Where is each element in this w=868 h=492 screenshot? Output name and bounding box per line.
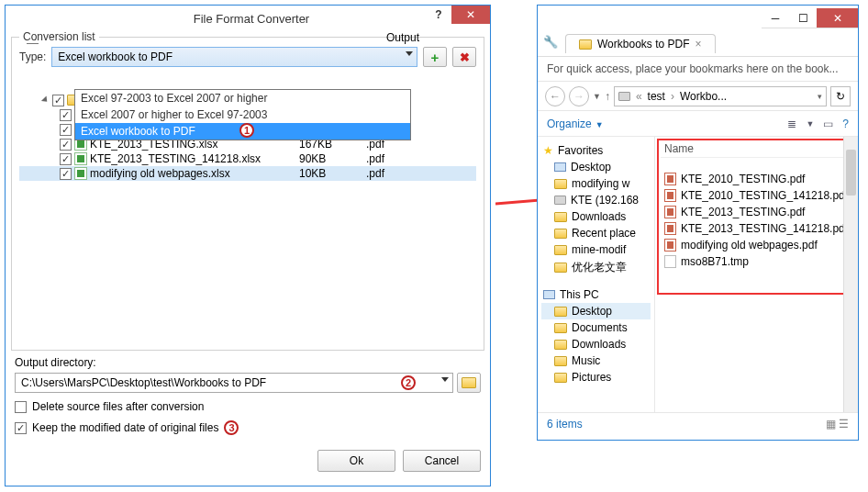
nav-item[interactable]: Music <box>541 352 651 369</box>
dropdown-option[interactable]: Excel 2007 or higher to Excel 97-2003 <box>75 106 410 123</box>
folder-icon <box>554 356 567 366</box>
view-toggle-icons[interactable]: ▦ ☰ <box>826 418 849 430</box>
chevron-down-icon[interactable] <box>441 377 449 382</box>
xlsx-icon <box>74 167 87 180</box>
nav-item[interactable]: 优化老文章 <box>541 258 651 277</box>
nav-item[interactable]: Downloads <box>541 336 651 352</box>
forward-button[interactable]: → <box>569 86 589 106</box>
type-combobox[interactable]: Excel workbook to PDF <box>51 47 417 67</box>
output-column-header: Output <box>386 31 419 44</box>
file-checkbox[interactable] <box>60 124 72 136</box>
close-button[interactable]: ✕ <box>451 6 490 24</box>
minimize-button[interactable]: ─ <box>762 8 789 28</box>
chevron-down-icon <box>406 51 413 56</box>
delete-source-checkbox[interactable] <box>15 401 27 413</box>
file-checkbox[interactable] <box>60 153 72 165</box>
nav-item[interactable]: Recent place <box>541 225 651 241</box>
folder-icon <box>462 377 476 388</box>
wrench-icon: 🔧 <box>543 35 558 49</box>
cancel-button[interactable]: Cancel <box>403 450 481 472</box>
ok-button[interactable]: Ok <box>317 450 395 472</box>
file-checkbox[interactable] <box>60 109 72 121</box>
close-button[interactable]: ✕ <box>817 8 858 28</box>
close-tab-icon[interactable]: × <box>695 38 701 50</box>
nav-item[interactable]: Downloads <box>541 208 651 225</box>
folder-icon <box>554 323 567 333</box>
folder-icon <box>554 307 567 317</box>
nav-item[interactable]: Documents <box>541 319 651 336</box>
nav-item[interactable]: Pictures <box>541 369 651 386</box>
keep-date-checkbox[interactable] <box>15 422 27 434</box>
breadcrumb-item[interactable]: Workbo... <box>680 90 727 103</box>
status-bar: 6 items ▦ ☰ <box>538 412 858 434</box>
expand-icon[interactable] <box>41 95 50 104</box>
nav-favorites[interactable]: ★Favorites <box>541 142 651 159</box>
delete-source-label: Delete source files after conversion <box>32 400 204 413</box>
folder-icon <box>554 229 567 239</box>
help-button[interactable]: ? <box>426 6 451 24</box>
bookmark-bar: For quick access, place your bookmarks h… <box>538 57 858 82</box>
add-button[interactable]: + <box>423 47 447 67</box>
browser-tab[interactable]: Workbooks to PDF × <box>565 34 716 53</box>
folder-icon <box>554 179 567 189</box>
type-dropdown-list: Excel 97-2003 to Excel 2007 or higher Ex… <box>74 89 411 140</box>
drive-icon <box>554 196 566 205</box>
xlsx-icon <box>74 152 87 165</box>
type-selected-value: Excel workbook to PDF <box>58 50 172 63</box>
pdf-icon <box>664 239 676 252</box>
remove-button[interactable]: ✖ <box>452 47 476 67</box>
file-checkbox[interactable] <box>60 168 72 180</box>
pc-icon <box>543 290 555 299</box>
file-list-pane: Name˅ KTE_2010_TESTING.pdf KTE_2010_TEST… <box>655 137 858 412</box>
folder-icon <box>554 340 567 350</box>
maximize-button[interactable]: ☐ <box>789 8 817 28</box>
explorer-toolbar: Organize▼ ≣ ▼ ▭ ? <box>538 111 858 137</box>
desktop-icon <box>554 162 566 172</box>
chevron-down-icon[interactable]: ▼ <box>593 92 601 101</box>
help-icon[interactable]: ? <box>842 117 849 130</box>
file-checkbox[interactable] <box>60 139 72 151</box>
window-title: File Format Converter <box>13 12 490 26</box>
nav-bar: ← → ▼ ↑ « test › Workbo... ▾ ↻ <box>538 82 858 111</box>
back-button[interactable]: ← <box>545 86 565 106</box>
drive-icon <box>618 92 630 101</box>
dropdown-option[interactable]: Excel 97-2003 to Excel 2007 or higher <box>75 90 410 106</box>
browse-button[interactable] <box>457 373 481 393</box>
breadcrumb-item[interactable]: test <box>648 90 665 103</box>
star-icon: ★ <box>543 144 553 157</box>
folder-icon <box>554 245 567 255</box>
titlebar: File Format Converter ? ✕ <box>6 6 490 31</box>
file-row-selected[interactable]: modifying old webpages.xlsx 10KB .pdf <box>19 166 476 181</box>
preview-pane-icon[interactable]: ▭ <box>823 117 833 130</box>
folder-icon <box>579 39 592 50</box>
nav-item[interactable]: modifying w <box>541 175 651 192</box>
file-row[interactable]: KTE_2013_TESTING_141218.xlsx 90KB .pdf <box>19 151 476 166</box>
fieldset-legend: Conversion list <box>19 30 99 43</box>
scrollbar[interactable] <box>843 137 858 412</box>
scrollbar-thumb[interactable] <box>846 150 856 196</box>
view-icon[interactable]: ≣ <box>787 117 796 130</box>
nav-item-selected[interactable]: Desktop <box>541 303 651 319</box>
conversion-list-group: Conversion list Type: Excel workbook to … <box>11 37 484 351</box>
up-button[interactable]: ↑ <box>605 90 610 103</box>
nav-item[interactable]: mine-modif <box>541 241 651 258</box>
pdf-icon <box>664 173 676 185</box>
refresh-button[interactable]: ↻ <box>830 86 851 106</box>
pdf-icon <box>664 222 676 235</box>
pdf-icon <box>664 206 676 218</box>
browser-tab-strip: 🔧 Workbooks to PDF × <box>538 31 858 57</box>
nav-this-pc[interactable]: This PC <box>541 286 651 303</box>
tab-title: Workbooks to PDF <box>597 38 689 50</box>
folder-icon <box>554 263 567 273</box>
folder-checkbox[interactable] <box>52 95 64 106</box>
explorer-titlebar: ─ ☐ ✕ <box>538 6 858 31</box>
output-directory-input[interactable]: C:\Users\MarsPC\Desktop\test\Workbooks t… <box>15 373 453 393</box>
explorer-window: ─ ☐ ✕ 🔧 Workbooks to PDF × For quick acc… <box>537 5 859 441</box>
organize-menu[interactable]: Organize▼ <box>547 117 604 130</box>
output-directory-label: Output directory: <box>15 356 481 369</box>
address-bar[interactable]: « test › Workbo... ▾ <box>614 86 827 106</box>
dropdown-option-selected[interactable]: Excel workbook to PDF 1 <box>75 123 410 140</box>
nav-item[interactable]: KTE (192.168 <box>541 192 651 208</box>
converter-window: File Format Converter ? ✕ Conversion lis… <box>5 5 491 486</box>
nav-item[interactable]: Desktop <box>541 159 651 175</box>
